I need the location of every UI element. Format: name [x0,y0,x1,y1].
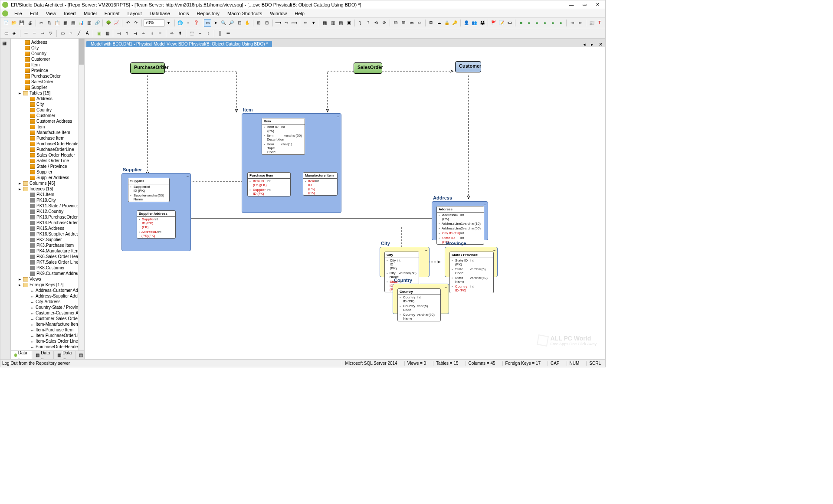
shape-circle-icon[interactable]: ○ [67,29,75,37]
redo-icon[interactable]: ↷ [132,19,139,27]
collapse-icon[interactable]: − [337,115,339,119]
tree-item[interactable]: PK1.Item [12,192,77,197]
collapse-icon[interactable]: − [445,285,447,289]
menu-help[interactable]: Help [291,10,308,17]
tree-item[interactable]: Customer [12,56,77,62]
tree-item[interactable]: ↔Item-Purchase Item [12,327,77,333]
tree-item[interactable]: PK11.State / Province [12,203,77,209]
green-circle5-icon[interactable]: ● [557,19,564,27]
tree-item[interactable]: SalesOrder [12,79,77,85]
db3-icon[interactable]: ⛂ [408,19,415,27]
tree-item[interactable]: Sales Order Line [12,158,77,164]
menu-tools[interactable]: Tools [174,10,193,17]
doc-tab-close-icon[interactable]: ✕ [596,42,605,47]
table-supplier[interactable]: Supplier•Supplier ID (PK)int•Supplier Na… [128,178,170,202]
bold-icon[interactable]: T [596,19,603,27]
flow3-icon[interactable]: ⟲ [372,19,380,27]
tree-item[interactable]: Customer Address [12,118,77,124]
tree-item[interactable]: PK14.PurchaseOrderLine [12,220,77,226]
pointer-icon[interactable]: ➤ [212,19,219,27]
rel-many-icon[interactable]: ⊸ [39,29,46,37]
tree-item[interactable]: PurchaseOrder [12,73,77,79]
layout1-icon[interactable]: ▦ [321,19,328,27]
dist-h-icon[interactable]: ⬄ [168,29,176,37]
scrollbar-thumb[interactable] [79,39,84,65]
chart2-icon[interactable]: 📈 [113,19,120,27]
entity-purchaseorder[interactable]: PurchaseOrder + [130,62,165,74]
relation3-icon[interactable]: ⟿ [290,19,298,27]
green-circle1-icon[interactable]: ● [525,19,533,27]
layout2-icon[interactable]: ▥ [329,19,337,27]
tree-item[interactable]: ↔City-Address [12,299,77,304]
tree-item[interactable]: PK4.Manufacture Item [12,248,77,254]
menu-macro-shortcuts[interactable]: Macro Shortcuts [224,10,266,17]
tree-header[interactable]: ▸Tables [15] [12,90,77,96]
flag-icon[interactable]: 🚩 [490,19,497,27]
users-icon[interactable]: 👪 [479,19,486,27]
tree-item[interactable]: Province [12,68,77,73]
zoom-input[interactable]: 70% [144,20,164,26]
bdo-address[interactable]: Address − Address•AddressID (PK)int•Addr… [432,201,488,240]
menu-insert[interactable]: Insert [60,10,79,17]
cut-icon[interactable]: ✂ [37,19,45,27]
entity-customer[interactable]: Customer [455,61,481,72]
menu-layout[interactable]: Layout [124,10,145,17]
tree-item[interactable]: Address [12,39,77,45]
tree-item[interactable]: PK3.Purchase Item [12,242,77,248]
table-state[interactable]: State / Province•State ID (PK)int•State … [449,252,494,293]
db1-icon[interactable]: ⛁ [392,19,399,27]
resize-same-icon[interactable]: ⬚ [188,29,196,37]
flow1-icon[interactable]: ⤵ [357,19,364,27]
align-center-icon[interactable]: ⫯ [123,29,131,37]
hand-icon[interactable]: ✋ [243,19,251,27]
table-supplier-address[interactable]: Supplier Address•Supplier ID (PK)(FK)int… [137,210,176,239]
tree-item[interactable]: PK13.PurchaseOrderHeader [12,214,77,220]
table-address[interactable]: Address•AddressID (PK)int•AddressLine1va… [436,206,484,245]
tree-item[interactable]: PK9.Customer Address [12,271,77,276]
db4-icon[interactable]: ⛀ [416,19,423,27]
tree-item[interactable]: Country [12,51,77,56]
new-icon[interactable]: 📄 [2,19,10,27]
tree-item[interactable]: PK6.Sales Order Header [12,254,77,259]
tree-item[interactable]: ↔Item-PurchaseOrderLine [12,333,77,338]
bottom-tab-data1[interactable]: Data ... [11,351,32,359]
print-icon[interactable]: 🖨 [26,19,33,27]
menu-database[interactable]: Database [146,10,174,17]
relation2-icon[interactable]: ⤳ [282,19,290,27]
shape-rect-icon[interactable]: ▭ [59,29,66,37]
collapse-icon[interactable]: − [425,248,427,252]
layout3-icon[interactable]: ▤ [337,19,344,27]
space-h-icon[interactable]: ║ [216,29,224,37]
tag-icon[interactable]: 🏷 [506,19,513,27]
align-top-icon[interactable]: ⫨ [140,29,148,37]
green-circle3-icon[interactable]: ● [541,19,548,27]
grid-icon[interactable]: ▤ [69,19,77,27]
dist-v-icon[interactable]: ⬍ [176,29,184,37]
note-icon[interactable]: 📝 [498,19,505,27]
menu-file[interactable]: File [11,10,26,17]
tree-item[interactable]: Sales Order Header [12,152,77,158]
bdo-item[interactable]: Item − Item•Item ID (PK)int•Item Descrip… [242,113,341,213]
tree-item[interactable]: Purchase Item [12,135,77,141]
collapse-icon[interactable]: − [187,174,189,179]
resize-w-icon[interactable]: ↔ [196,29,204,37]
rel-identifying-icon[interactable]: ─ [22,29,30,37]
align-icon[interactable]: ⊞ [255,19,262,27]
tree-icon[interactable]: 🌳 [105,19,112,27]
save-icon[interactable]: 💾 [18,19,26,27]
db2-icon[interactable]: ⛃ [400,19,407,27]
flow2-icon[interactable]: ⤴ [364,19,372,27]
table-item[interactable]: Item•Item ID (PK)int•Item Descriptionvar… [262,118,305,155]
tree-item[interactable]: PurchaseOrderLine [12,147,77,152]
tree-item[interactable]: Item [12,62,77,68]
expand-icon[interactable]: + [161,64,163,68]
tree-item[interactable]: Customer [12,113,77,118]
view-icon[interactable]: ◈ [10,29,18,37]
tree-item[interactable]: Supplier [12,169,77,175]
tree-item[interactable]: PK15.Address [12,226,77,231]
resize-h-icon[interactable]: ↕ [204,29,212,37]
green-square-icon[interactable]: ■ [517,19,525,27]
tree-item[interactable]: ↔Country-State / Province [12,304,77,310]
cluster-icon[interactable]: ▦ [103,29,111,37]
align-bottom-icon[interactable]: ⫧ [156,29,164,37]
